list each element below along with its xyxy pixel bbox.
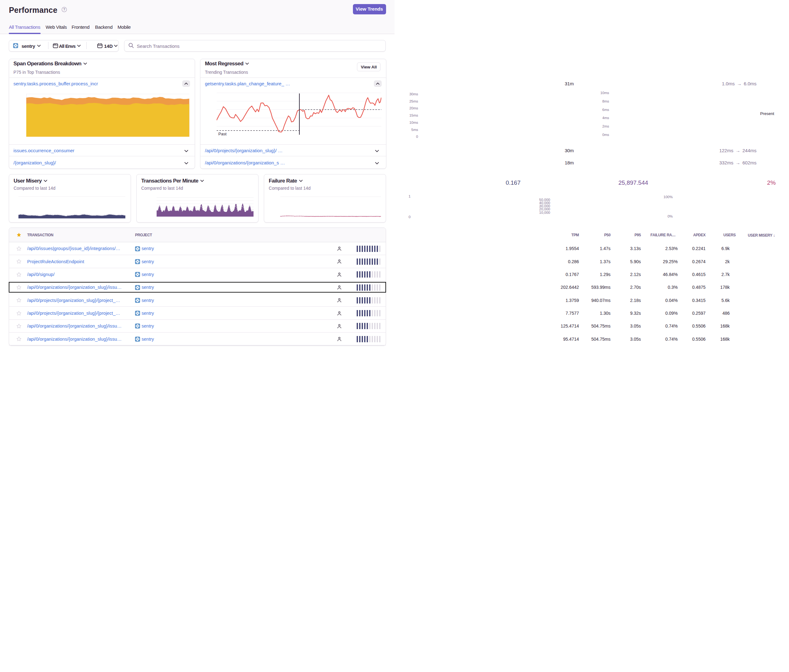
- svg-text:?: ?: [63, 8, 65, 11]
